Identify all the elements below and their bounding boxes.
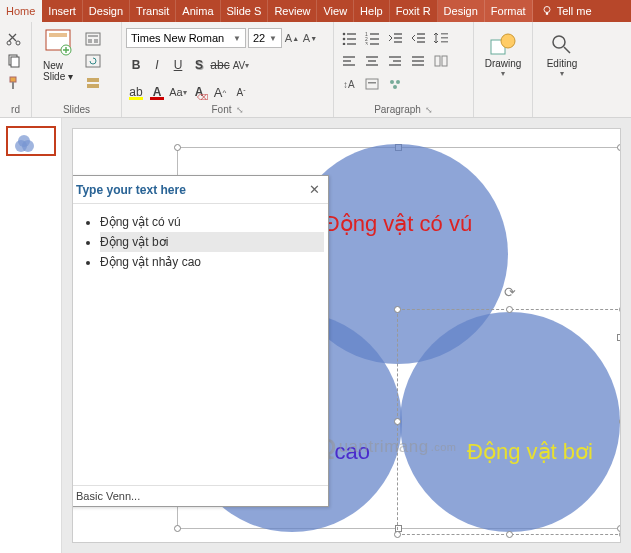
format-painter-button[interactable] (4, 74, 24, 92)
bullets-button[interactable] (338, 28, 360, 48)
tab-review[interactable]: Review (268, 0, 317, 22)
numbering-icon: 123 (364, 31, 380, 45)
shape-selection: ⟳ (397, 309, 621, 535)
align-left-button[interactable] (338, 51, 360, 71)
tab-insert[interactable]: Insert (42, 0, 83, 22)
char-spacing-button[interactable]: AV▾ (231, 55, 251, 75)
columns-button[interactable] (430, 51, 452, 71)
chevron-down-icon: ▼ (269, 34, 277, 43)
group-label-paragraph: Paragraph (374, 104, 421, 115)
line-spacing-button[interactable] (430, 28, 452, 48)
strikethrough-button[interactable]: abc (210, 55, 230, 75)
justify-button[interactable] (407, 51, 429, 71)
svg-rect-50 (412, 64, 424, 66)
font-name-value: Times New Roman (131, 32, 224, 44)
slide-canvas[interactable]: Type your text here ✕ Động vật có vú Độn… (72, 128, 621, 543)
align-right-button[interactable] (384, 51, 406, 71)
cut-button[interactable] (4, 30, 24, 48)
resize-handle[interactable] (394, 531, 401, 538)
svg-rect-5 (11, 57, 19, 67)
svg-rect-32 (394, 41, 402, 43)
tab-transitions[interactable]: Transit (130, 0, 176, 22)
resize-handle[interactable] (506, 531, 513, 538)
decrease-font-button[interactable]: A▼ (302, 28, 318, 48)
ribbon-tabs: Home Insert Design Transit Anima Slide S… (0, 0, 631, 22)
find-icon (549, 32, 575, 58)
increase-indent-button[interactable] (407, 28, 429, 48)
font-size-combo[interactable]: 22 ▼ (248, 28, 282, 48)
tab-help[interactable]: Help (354, 0, 390, 22)
font-launcher[interactable]: ⤡ (236, 105, 244, 115)
resize-handle[interactable] (394, 306, 401, 313)
svg-rect-30 (394, 33, 402, 35)
reset-icon (85, 54, 101, 68)
editing-button[interactable]: Editing ▾ (537, 24, 587, 78)
smartart-text-pane[interactable]: Type your text here ✕ Động vật có vú Độn… (72, 175, 329, 507)
copy-button[interactable] (4, 52, 24, 70)
tab-home[interactable]: Home (0, 0, 42, 22)
align-text-button[interactable] (361, 74, 383, 94)
grow-font-button[interactable]: A^ (210, 82, 230, 102)
bold-button[interactable]: B (126, 55, 146, 75)
tab-smartart-format[interactable]: Format (485, 0, 533, 22)
paragraph-launcher[interactable]: ⤡ (425, 105, 433, 115)
numbering-button[interactable]: 123 (361, 28, 383, 48)
underline-button[interactable]: U (168, 55, 188, 75)
font-name-combo[interactable]: Times New Roman ▼ (126, 28, 246, 48)
layout-icon (85, 32, 101, 46)
resize-handle[interactable] (394, 418, 401, 425)
venn-label-1: Động vật có vú (324, 211, 472, 237)
textpane-body[interactable]: Động vật có vú Động vật bơi Động vật nhả… (72, 204, 328, 485)
resize-handle[interactable] (506, 306, 513, 313)
reset-button[interactable] (83, 52, 103, 70)
smartart-convert-button[interactable] (384, 74, 406, 94)
textpane-title: Type your text here (76, 183, 186, 197)
resize-handle[interactable] (619, 531, 621, 538)
section-icon (85, 76, 101, 90)
shapes-icon (489, 32, 517, 58)
svg-rect-42 (366, 56, 378, 58)
workspace: Type your text here ✕ Động vật có vú Độn… (0, 118, 631, 553)
svg-rect-34 (417, 37, 425, 39)
section-button[interactable] (83, 74, 103, 92)
align-right-icon (387, 54, 403, 68)
svg-rect-21 (347, 38, 356, 40)
change-case-button[interactable]: Aa▾ (168, 82, 188, 102)
tab-smartart-design[interactable]: Design (438, 0, 485, 22)
tell-me[interactable]: Tell me (533, 0, 600, 22)
shrink-font-button[interactable]: Aˇ (231, 82, 251, 102)
svg-point-0 (544, 7, 550, 13)
decrease-indent-button[interactable] (384, 28, 406, 48)
list-item[interactable]: Động vật nhảy cao (100, 252, 324, 272)
svg-rect-54 (366, 79, 378, 89)
chevron-down-icon: ▾ (501, 69, 505, 78)
tab-view[interactable]: View (317, 0, 354, 22)
highlight-button[interactable]: ab (126, 82, 146, 102)
text-direction-button[interactable]: ↕A (338, 74, 360, 94)
tab-slideshow[interactable]: Slide S (221, 0, 269, 22)
increase-font-button[interactable]: A▲ (284, 28, 300, 48)
editing-label: Editing (547, 58, 578, 69)
tab-design[interactable]: Design (83, 0, 130, 22)
layout-button[interactable] (83, 30, 103, 48)
resize-handle[interactable] (619, 306, 621, 313)
clear-format-button[interactable]: A⌫ (189, 82, 209, 102)
resize-handle[interactable] (619, 418, 621, 425)
shadow-button[interactable]: S (189, 55, 209, 75)
rotate-handle[interactable]: ⟳ (504, 284, 516, 300)
new-slide-button[interactable]: New Slide ▾ (36, 24, 80, 82)
list-item[interactable]: Động vật bơi (100, 232, 324, 252)
svg-rect-40 (343, 60, 351, 62)
tab-animations[interactable]: Anima (176, 0, 220, 22)
copy-icon (6, 53, 22, 69)
drawing-button[interactable]: Drawing ▾ (478, 24, 528, 78)
tab-foxit[interactable]: Foxit R (390, 0, 438, 22)
align-center-button[interactable] (361, 51, 383, 71)
list-item[interactable]: Động vật có vú (100, 212, 324, 232)
svg-text:↕A: ↕A (343, 79, 355, 90)
font-size-value: 22 (253, 32, 265, 44)
italic-button[interactable]: I (147, 55, 167, 75)
font-color-button[interactable]: A (147, 82, 167, 102)
close-icon[interactable]: ✕ (309, 182, 320, 197)
slide-thumb-1[interactable] (6, 126, 56, 156)
